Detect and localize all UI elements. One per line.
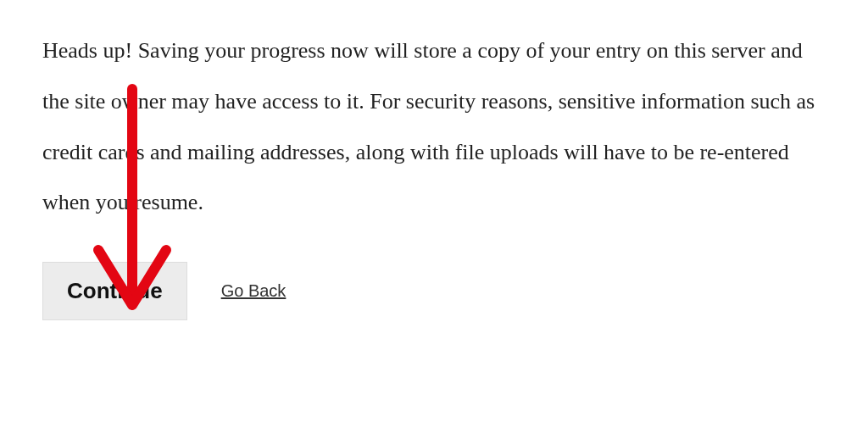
save-progress-warning: Heads up! Saving your progress now will … bbox=[42, 25, 826, 228]
action-row: Continue Go Back bbox=[42, 262, 826, 320]
continue-button[interactable]: Continue bbox=[42, 262, 187, 320]
go-back-link[interactable]: Go Back bbox=[221, 281, 287, 301]
